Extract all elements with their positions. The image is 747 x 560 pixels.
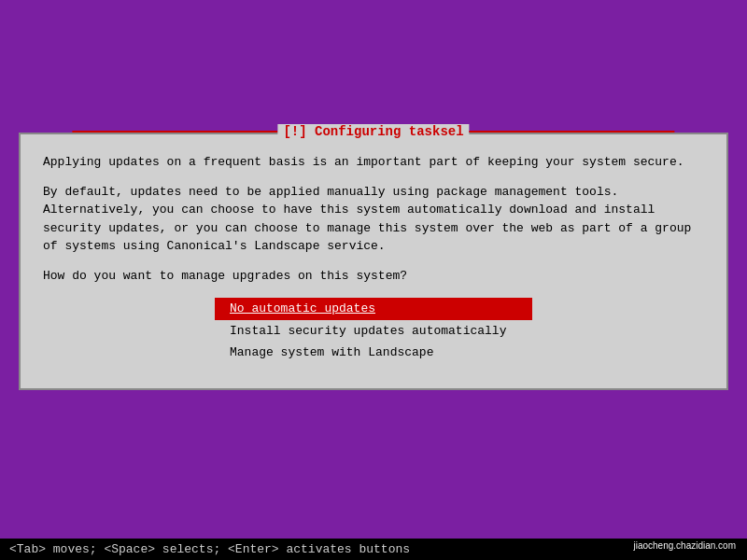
dialog-title-bar: [!] Configuring tasksel xyxy=(72,124,674,139)
dialog-box: [!] Configuring tasksel Applying updates… xyxy=(19,133,728,390)
option-landscape[interactable]: Manage system with Landscape xyxy=(215,342,532,364)
question-text: How do you want to manage upgrades on th… xyxy=(43,267,704,286)
dialog-content: Applying updates on a frequent basis is … xyxy=(21,134,726,388)
option-no-automatic-updates[interactable]: No automatic updates xyxy=(215,298,532,320)
title-line-left xyxy=(72,131,277,133)
paragraph-1: Applying updates on a frequent basis is … xyxy=(43,153,704,172)
options-list: No automatic updates Install security up… xyxy=(43,298,704,364)
bottom-bar-text: <Tab> moves; <Space> selects; <Enter> ac… xyxy=(9,542,410,556)
dialog-title: [!] Configuring tasksel xyxy=(277,124,469,139)
option-security-updates[interactable]: Install security updates automatically xyxy=(215,320,532,343)
watermark: jiaocheng.chazidian.com xyxy=(629,539,740,553)
paragraph-2: By default, updates need to be applied m… xyxy=(43,183,704,256)
title-line-right xyxy=(470,131,675,133)
